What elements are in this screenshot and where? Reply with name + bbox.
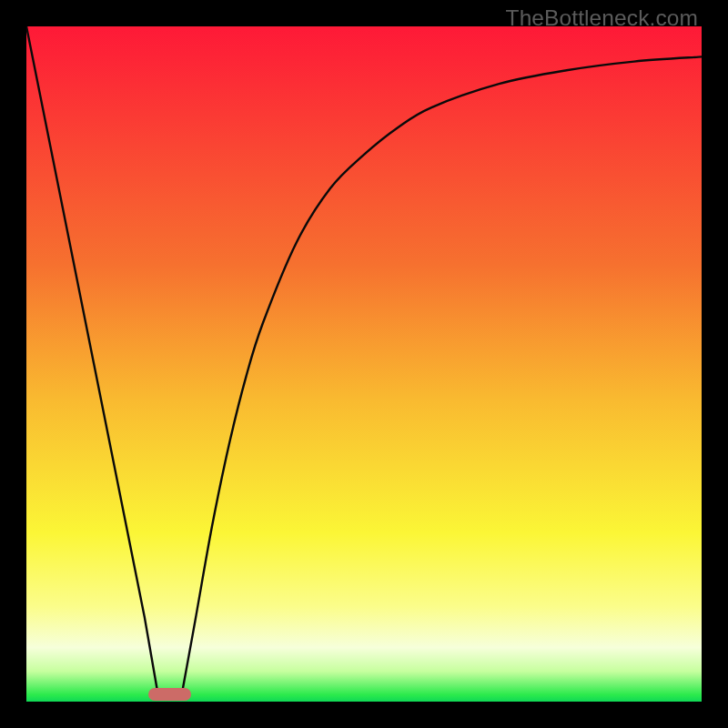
chart-plot: [26, 26, 702, 702]
chart-background-gradient: [26, 26, 702, 702]
chart-frame: TheBottleneck.com: [0, 0, 728, 728]
watermark-text: TheBottleneck.com: [506, 5, 698, 31]
bottleneck-marker: [148, 688, 191, 700]
